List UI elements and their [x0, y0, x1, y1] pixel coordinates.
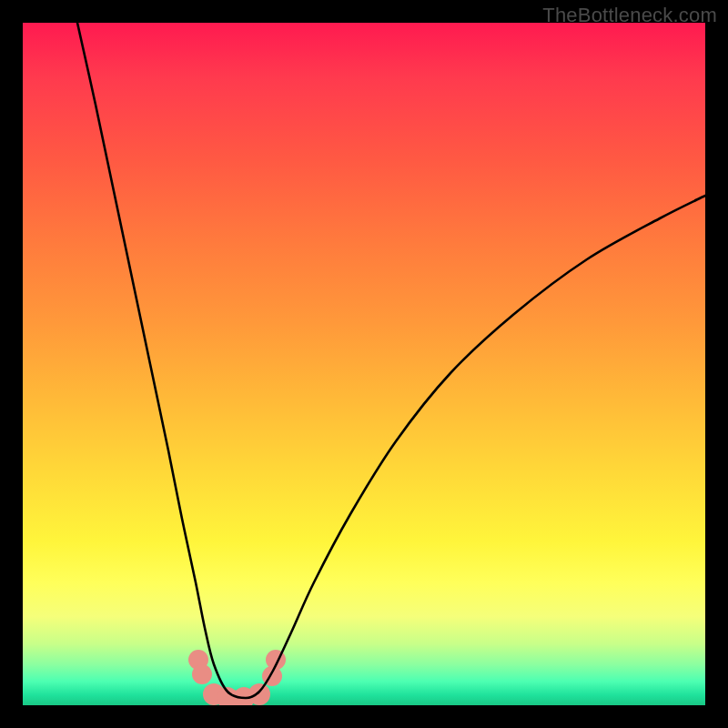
outer-frame: TheBottleneck.com: [0, 0, 728, 728]
plot-area: [23, 23, 705, 705]
warning-marker: [192, 664, 212, 684]
bottleneck-chart: [23, 23, 705, 705]
bottleneck-curve-path: [77, 23, 705, 698]
warning-marker: [248, 683, 270, 705]
